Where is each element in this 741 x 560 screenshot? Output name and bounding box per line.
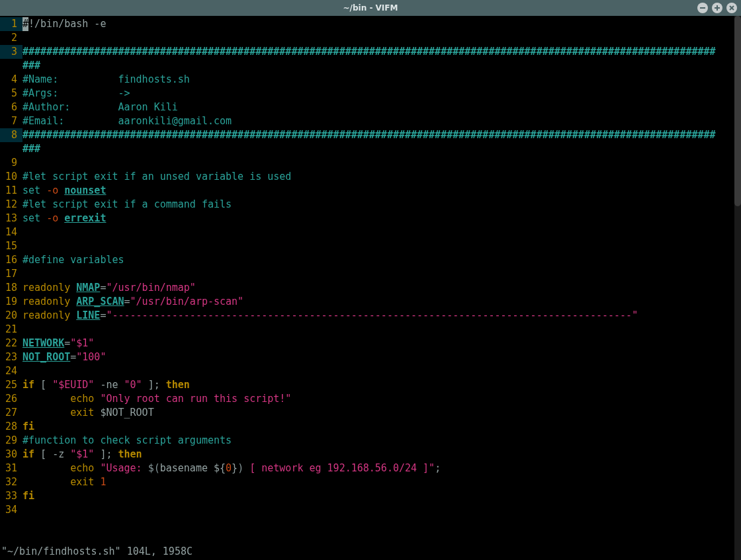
token: nounset [64, 184, 106, 196]
line-number: 8 [0, 128, 22, 142]
line-number: 4 [0, 73, 22, 87]
token: -o [46, 212, 58, 224]
code-line: 32 exit 1 [0, 475, 738, 489]
titlebar: ~/bin - VIFM [0, 0, 741, 16]
code-line: 26 echo "Only root can run this script!" [0, 392, 738, 406]
token: -o [46, 184, 58, 196]
code-content: NETWORK="$1" [22, 337, 738, 350]
code-line: 34 [0, 503, 738, 517]
terminal[interactable]: 1#!/bin/bash -e23#######################… [0, 16, 741, 560]
token: #define variables [22, 254, 124, 266]
line-number: 2 [0, 31, 22, 45]
code-line: ### [0, 142, 738, 156]
line-number: 23 [0, 350, 22, 364]
svg-rect-2 [715, 7, 720, 9]
line-number: 26 [0, 392, 22, 406]
code-content: #let script exit if a command fails [22, 198, 738, 212]
code-content [22, 225, 738, 239]
line-number: 32 [0, 475, 22, 489]
minimize-icon[interactable] [697, 3, 708, 13]
code-line: 5#Args: -> [0, 87, 738, 100]
line-number: 33 [0, 489, 22, 503]
line-number: 34 [0, 503, 22, 517]
window-controls [697, 3, 737, 13]
line-number: 19 [0, 295, 22, 309]
token: "Only root can run this script!" [100, 393, 291, 405]
token: #Author: Aaron Kili [22, 101, 178, 113]
token: } [232, 462, 238, 474]
code-content: if [ "$EUID" -ne "0" ]; then [22, 378, 738, 392]
token [22, 462, 70, 474]
line-number: 6 [0, 100, 22, 114]
code-line: 2 [0, 31, 738, 45]
code-content: #Author: Aaron Kili [22, 100, 738, 114]
line-number [0, 59, 22, 73]
code-line: 14 [0, 225, 738, 239]
code-content [22, 239, 738, 253]
token [22, 393, 70, 405]
code-line: 29#function to check script arguments [0, 434, 738, 448]
token: [ network eg 192.168.56.0/24 ]" [243, 462, 435, 474]
maximize-icon[interactable] [712, 3, 722, 13]
line-number: 25 [0, 378, 22, 392]
line-number: 11 [0, 184, 22, 198]
code-line: ### [0, 59, 738, 73]
line-number: 10 [0, 170, 22, 184]
token: #let script exit if a command fails [22, 198, 232, 210]
token: ) [238, 462, 243, 474]
line-number: 22 [0, 337, 22, 350]
code-line: 31 echo "Usage: $(basename ${0}) [ netwo… [0, 461, 738, 475]
token: fi [22, 490, 34, 502]
token: LINE [76, 309, 100, 321]
code-line: 16#define variables [0, 253, 738, 267]
code-content [22, 323, 738, 337]
code-line: 27 exit $NOT_ROOT [0, 406, 738, 420]
code-line: 22NETWORK="$1" [0, 337, 738, 350]
code-content: fi [22, 489, 738, 503]
token: "/usr/bin/arp-scan" [130, 296, 244, 307]
token: exit [70, 407, 100, 419]
code-line: 3#######################################… [0, 45, 738, 59]
scrollbar-thumb[interactable] [734, 16, 741, 206]
code-line: 24 [0, 364, 738, 378]
line-number: 29 [0, 434, 22, 448]
token: "0" [124, 379, 142, 391]
token: #Args: -> [22, 87, 130, 99]
line-number: 21 [0, 323, 22, 337]
token: -ne [94, 379, 124, 391]
token: if [22, 379, 34, 391]
token: ### [22, 60, 40, 71]
line-number: 28 [0, 420, 22, 434]
code-content: readonly NMAP="/usr/bin/nmap" [22, 281, 738, 295]
code-line: 17 [0, 267, 738, 281]
code-line: 12#let script exit if a command fails [0, 198, 738, 212]
token: set [22, 184, 46, 196]
line-number: 31 [0, 461, 22, 475]
code-line: 7#Email: aaronkili@gmail.com [0, 114, 738, 128]
code-content: readonly LINE="-------------------------… [22, 309, 738, 323]
scrollbar[interactable] [734, 16, 741, 560]
token: if [22, 448, 34, 460]
close-icon[interactable] [726, 3, 737, 13]
code-content: if [ -z "$1" ]; then [22, 448, 738, 461]
token: "/usr/bin/nmap" [106, 282, 195, 294]
line-number: 5 [0, 87, 22, 100]
token: readonly [22, 296, 76, 307]
token: $NOT_ROOT [100, 407, 153, 419]
token: readonly [22, 309, 76, 321]
token: ; [435, 462, 441, 474]
code-line: 11set -o nounset [0, 184, 738, 198]
line-number: 14 [0, 225, 22, 239]
line-number: 1 [0, 17, 22, 31]
code-content [22, 267, 738, 281]
code-content: #function to check script arguments [22, 434, 738, 448]
cursor: # [22, 17, 28, 31]
token: = [124, 296, 130, 307]
token: NMAP [76, 282, 100, 294]
window-title: ~/bin - VIFM [343, 3, 398, 13]
code-line: 13set -o errexit [0, 212, 738, 225]
code-content: ########################################… [22, 45, 738, 59]
code-area[interactable]: 1#!/bin/bash -e23#######################… [0, 16, 741, 517]
token: $( [148, 462, 160, 474]
token: ]; [94, 448, 118, 460]
